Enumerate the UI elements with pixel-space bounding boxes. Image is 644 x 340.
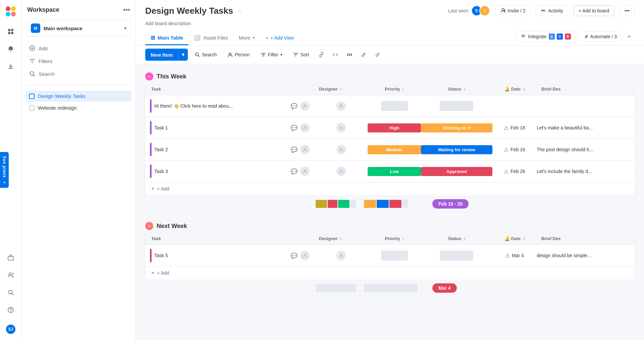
user-avatar-bar[interactable]: SJ bbox=[5, 324, 16, 335]
sidebar-more-menu[interactable]: ••• bbox=[123, 6, 130, 14]
add-view-tab[interactable]: + + Add View bbox=[260, 32, 299, 44]
tab-more-label: More bbox=[239, 35, 250, 41]
board-description[interactable]: Add board description bbox=[145, 21, 635, 26]
new-item-label[interactable]: New Item bbox=[145, 49, 178, 61]
bell-date-icon: 🔔 bbox=[504, 87, 510, 92]
svg-point-20 bbox=[304, 105, 306, 106]
search-icon-bar[interactable] bbox=[3, 285, 18, 300]
workspace-selector[interactable]: M Main workspace ▾ bbox=[26, 20, 131, 37]
person-button[interactable]: Person bbox=[223, 50, 254, 60]
bell-icon-bar[interactable] bbox=[3, 42, 18, 56]
board-label-design-weekly: Design Weekly Tasks bbox=[38, 93, 86, 99]
star-icon[interactable]: ☆ bbox=[237, 7, 243, 14]
sort-button[interactable]: Sort bbox=[289, 50, 313, 60]
status-cell-3[interactable]: Approved bbox=[421, 161, 492, 182]
automate-button[interactable]: Automate / 3 bbox=[579, 32, 621, 42]
briefcase-icon-bar[interactable] bbox=[3, 250, 18, 265]
table-row-add-next-week[interactable]: + + Add bbox=[145, 267, 635, 280]
collapse-button[interactable] bbox=[624, 31, 635, 42]
priority-cell-1[interactable]: High bbox=[368, 117, 421, 139]
assignee-icon-intro[interactable] bbox=[300, 101, 310, 111]
designer-avatar-1[interactable] bbox=[336, 123, 346, 132]
tab-more[interactable]: More ▾ bbox=[233, 32, 260, 45]
priority-badge-3: Low bbox=[368, 167, 421, 176]
status-cell-2[interactable]: Waiting for review bbox=[421, 139, 492, 161]
person-label: Person bbox=[235, 52, 250, 57]
header-more-button[interactable]: ••• bbox=[620, 5, 635, 16]
priority-cell-3[interactable]: Low bbox=[368, 161, 421, 182]
task-cell-5: Task 5 💬 bbox=[145, 245, 314, 267]
embed-icon-btn[interactable] bbox=[330, 49, 341, 60]
tab-main-table[interactable]: ⊞ Main Table bbox=[145, 31, 189, 45]
chat-icon-5[interactable]: 💬 bbox=[291, 252, 298, 259]
designer-info-nw[interactable]: ℹ bbox=[340, 237, 341, 241]
chat-icon-3[interactable]: 💬 bbox=[291, 168, 298, 175]
tab-asset-files[interactable]: ⬜ Asset Files bbox=[189, 31, 233, 45]
filter-button[interactable]: Filter ▾ bbox=[257, 50, 286, 60]
status-cell-1[interactable]: Working on it bbox=[421, 117, 492, 139]
filter-chevron-icon: ▾ bbox=[280, 53, 282, 57]
table-row-add-this-week[interactable]: + + Add bbox=[145, 182, 635, 195]
date-val-5: Mar 4 bbox=[512, 253, 524, 258]
designer-avatar-2[interactable] bbox=[336, 145, 346, 154]
edit-icon-btn[interactable] bbox=[372, 49, 383, 60]
columns-icon-btn[interactable] bbox=[344, 49, 355, 60]
help-icon-bar[interactable] bbox=[3, 302, 18, 317]
status-summary-next-week bbox=[364, 284, 418, 292]
priority-info-nw[interactable]: ℹ bbox=[402, 237, 404, 241]
designer-cell-2 bbox=[314, 139, 368, 161]
priority-info-icon[interactable]: ℹ bbox=[402, 87, 404, 91]
board-item-design-weekly[interactable]: Design Weekly Tasks bbox=[26, 91, 131, 102]
sidebar-nav-filters[interactable]: Filters bbox=[26, 55, 131, 67]
new-item-button[interactable]: New Item ▾ bbox=[145, 49, 188, 61]
sidebar-nav-search[interactable]: Search bbox=[26, 68, 131, 79]
designer-info-icon[interactable]: ℹ bbox=[340, 87, 341, 91]
chat-icon-1[interactable]: 💬 bbox=[291, 125, 298, 131]
assignee-icon-3[interactable] bbox=[300, 167, 310, 176]
date-info-icon[interactable]: ℹ bbox=[523, 87, 525, 91]
users-icon-bar[interactable] bbox=[3, 268, 18, 282]
chat-icon-2[interactable]: 💬 bbox=[291, 147, 298, 153]
task-name-5: Task 5 bbox=[154, 253, 287, 258]
logo[interactable] bbox=[3, 4, 18, 19]
designer-avatar-3[interactable] bbox=[336, 167, 346, 176]
svg-rect-18 bbox=[349, 53, 350, 56]
designer-avatar-5[interactable] bbox=[336, 251, 346, 260]
paint-icon-btn[interactable] bbox=[358, 49, 369, 60]
priority-cell-2[interactable]: Medium bbox=[368, 139, 421, 161]
status-info-nw[interactable]: ℹ bbox=[464, 237, 465, 241]
board-item-website-redesign[interactable]: Website redesign bbox=[26, 102, 131, 113]
designer-avatar-intro[interactable] bbox=[336, 101, 346, 111]
sidebar-nav-add[interactable]: Add bbox=[26, 43, 131, 54]
svg-point-12 bbox=[10, 311, 11, 312]
search-button[interactable]: Search bbox=[191, 50, 221, 60]
board-label-website-redesign: Website redesign bbox=[38, 105, 77, 111]
group-this-week-collapse[interactable] bbox=[145, 72, 153, 80]
priority-cell-intro bbox=[368, 95, 421, 117]
new-item-dropdown-arrow[interactable]: ▾ bbox=[178, 49, 188, 61]
activity-button[interactable]: Activity bbox=[536, 5, 568, 16]
th-status: Status ℹ bbox=[421, 83, 492, 95]
download-icon-bar[interactable] bbox=[3, 59, 18, 74]
tab-asset-files-label: Asset Files bbox=[203, 35, 228, 41]
add-row-cell-next-week[interactable]: + + Add bbox=[145, 267, 635, 280]
add-label-next-week: + Add bbox=[157, 270, 169, 276]
add-to-board-button[interactable]: + Add to board bbox=[574, 5, 614, 16]
chat-icon-intro[interactable]: 💬 bbox=[291, 103, 298, 109]
add-row-cell-this-week[interactable]: + + Add bbox=[145, 182, 635, 195]
status-sum-4 bbox=[402, 200, 408, 208]
assignee-icon-2[interactable] bbox=[300, 145, 310, 154]
integrate-button[interactable]: Integrate G D B bbox=[516, 31, 576, 42]
invite-button[interactable]: Invite / 2 bbox=[495, 5, 531, 16]
add-view-plus-icon: + bbox=[266, 35, 268, 41]
status-info-icon[interactable]: ℹ bbox=[464, 87, 465, 91]
grid-icon-bar[interactable] bbox=[3, 24, 18, 39]
group-next-week-collapse[interactable] bbox=[145, 222, 153, 230]
avatar-group: S J bbox=[471, 5, 490, 16]
assignee-icon-5[interactable] bbox=[300, 251, 310, 260]
sidebar-search-label: Search bbox=[39, 71, 55, 77]
link-icon-btn[interactable] bbox=[316, 49, 327, 60]
assignee-icon-1[interactable] bbox=[300, 123, 310, 132]
see-plans-tab[interactable]: See plans + bbox=[0, 152, 9, 188]
date-info-nw[interactable]: ℹ bbox=[523, 237, 525, 241]
